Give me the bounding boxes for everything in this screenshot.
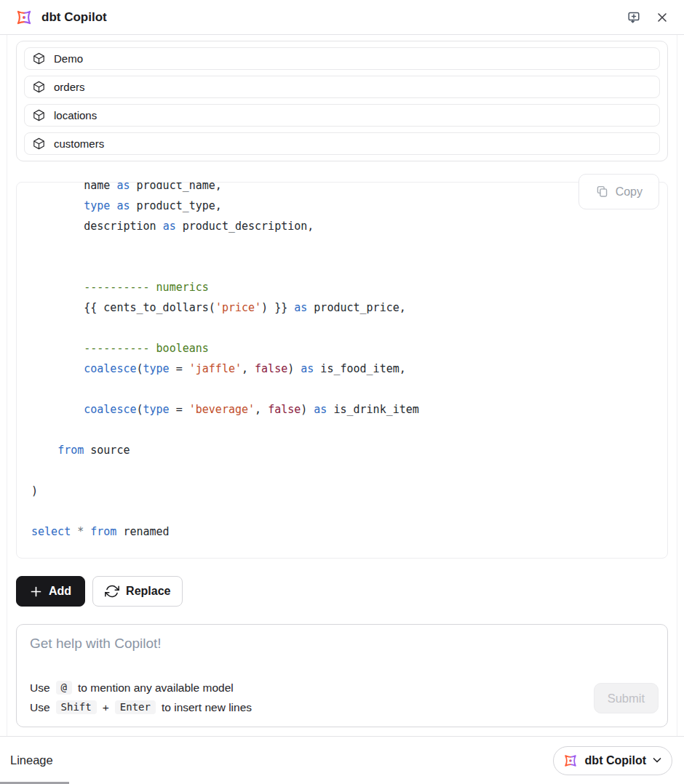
model-chip-label: locations	[54, 109, 97, 121]
model-chip-label: orders	[54, 81, 85, 93]
enter-keycap: Enter	[115, 700, 156, 714]
code-suggestion-card: Copy name as product_name, type as produ…	[16, 182, 668, 559]
panel-footer: Lineage dbt Copilot	[0, 736, 684, 784]
copilot-selector-label: dbt Copilot	[585, 754, 646, 767]
sql-code-block[interactable]: name as product_name, type as product_ty…	[16, 182, 668, 559]
copy-button-label: Copy	[616, 185, 643, 199]
close-button[interactable]	[652, 7, 672, 28]
hint-mention: Use @ to mention any available model	[30, 678, 252, 697]
copilot-selector-button[interactable]: dbt Copilot	[553, 746, 672, 775]
package-icon	[32, 108, 46, 122]
package-icon	[32, 80, 46, 94]
dbt-logo-icon	[562, 753, 578, 769]
add-button[interactable]: Add	[16, 576, 85, 607]
chevron-down-icon	[653, 757, 661, 764]
copilot-scroll-area[interactable]: Demo orders locations c	[7, 35, 677, 736]
add-to-window-icon	[627, 10, 641, 25]
replace-button-label: Replace	[126, 585, 170, 598]
plus-icon	[30, 585, 42, 598]
tab-lineage[interactable]: Lineage	[10, 753, 53, 767]
submit-button[interactable]: Submit	[594, 683, 659, 713]
add-to-window-button[interactable]	[624, 7, 644, 28]
model-chip-label: customers	[54, 137, 104, 150]
at-keycap: @	[56, 681, 72, 695]
prompt-input[interactable]	[17, 625, 482, 667]
hint-text: Use	[30, 681, 50, 695]
copilot-panel-header: dbt Copilot	[0, 0, 684, 35]
add-button-label: Add	[49, 585, 71, 598]
selected-models-panel: Demo orders locations c	[16, 41, 668, 161]
code-actions-row: Add Replace	[16, 576, 668, 607]
model-chip-label: Demo	[54, 52, 83, 65]
prompt-hints: Use @ to mention any available model Use…	[30, 678, 252, 717]
model-chip-locations[interactable]: locations	[24, 104, 660, 127]
dbt-logo-icon	[15, 8, 33, 27]
copy-icon	[595, 185, 609, 199]
replace-button[interactable]: Replace	[92, 576, 183, 607]
close-icon	[655, 10, 669, 25]
model-chip-customers[interactable]: customers	[24, 132, 660, 155]
sql-code-lines: name as product_name, type as product_ty…	[31, 182, 653, 542]
hint-newline: Use Shift + Enter to insert new lines	[30, 697, 252, 717]
package-icon	[32, 137, 46, 151]
hint-plus: +	[103, 701, 109, 714]
package-icon	[32, 52, 46, 65]
hint-text: to mention any available model	[78, 681, 234, 695]
copilot-prompt-box: Use @ to mention any available model Use…	[16, 624, 668, 727]
refresh-icon	[105, 584, 119, 599]
hint-text: to insert new lines	[162, 701, 252, 714]
copy-button[interactable]: Copy	[578, 174, 659, 209]
model-chip-demo[interactable]: Demo	[24, 47, 660, 70]
hint-text: Use	[30, 701, 50, 714]
panel-title: dbt Copilot	[41, 10, 107, 25]
model-chip-orders[interactable]: orders	[24, 76, 660, 98]
shift-keycap: Shift	[56, 700, 97, 714]
